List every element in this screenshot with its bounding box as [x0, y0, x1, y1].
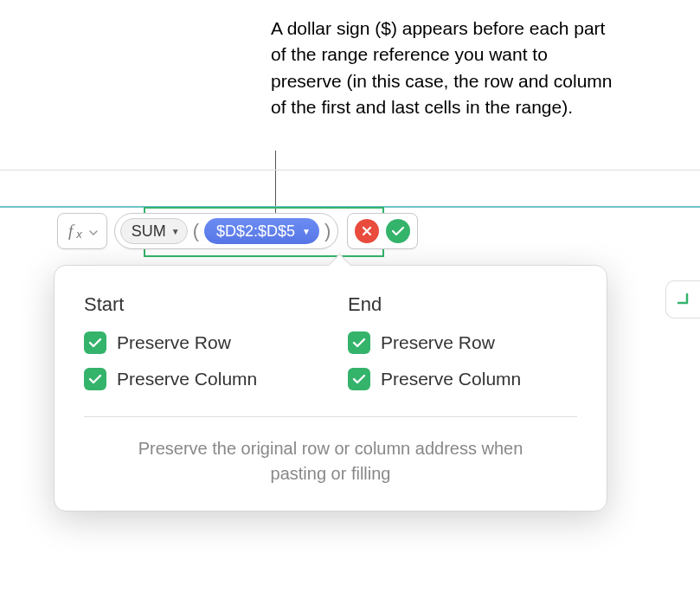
chevron-down-icon	[89, 223, 98, 239]
checkbox-label: Preserve Column	[381, 369, 521, 389]
fx-icon-sub: x	[76, 228, 82, 241]
cancel-button[interactable]	[355, 219, 379, 243]
popover-divider	[84, 416, 577, 417]
range-reference-text: $D$2:$D$5	[216, 222, 295, 241]
start-preserve-row-option[interactable]: Preserve Row	[84, 331, 313, 354]
fx-icon: f	[68, 222, 73, 241]
close-icon	[361, 225, 373, 237]
checkbox-checked[interactable]	[84, 331, 106, 354]
end-column: End Preserve Row Preserve Column	[348, 293, 577, 404]
start-preserve-column-option[interactable]: Preserve Column	[84, 368, 313, 390]
fx-menu-button[interactable]: fx	[57, 213, 107, 249]
callout-text: A dollar sign ($) appears before each pa…	[271, 16, 617, 121]
open-paren: (	[191, 220, 201, 242]
check-icon	[88, 373, 102, 385]
triangle-down-icon: ▼	[302, 227, 311, 236]
divider-top	[0, 170, 700, 171]
function-token[interactable]: SUM ▼	[120, 218, 188, 244]
preserve-reference-popover: Start Preserve Row Preserve Column End	[54, 265, 607, 512]
check-icon	[88, 337, 102, 349]
start-heading: Start	[84, 293, 313, 316]
checkbox-label: Preserve Column	[117, 369, 257, 389]
close-paren: )	[323, 220, 332, 242]
popover-description: Preserve the original row or column addr…	[84, 436, 577, 486]
function-name: SUM	[132, 222, 166, 241]
triangle-down-icon: ▼	[171, 227, 180, 236]
checkbox-checked[interactable]	[348, 331, 370, 354]
end-preserve-column-option[interactable]: Preserve Column	[348, 368, 577, 390]
range-reference-token[interactable]: $D$2:$D$5 ▼	[204, 218, 319, 244]
check-icon	[352, 373, 366, 385]
end-preserve-row-option[interactable]: Preserve Row	[348, 331, 577, 354]
check-icon	[352, 337, 366, 349]
start-column: Start Preserve Row Preserve Column	[84, 293, 313, 404]
checkbox-label: Preserve Row	[381, 332, 495, 353]
formula-bar: fx SUM ▼ ( $D$2:$D$5 ▼ )	[57, 213, 418, 249]
corner-icon	[675, 291, 692, 308]
checkbox-checked[interactable]	[84, 368, 106, 390]
formula-input[interactable]: SUM ▼ ( $D$2:$D$5 ▼ )	[114, 213, 339, 249]
confirm-button[interactable]	[386, 219, 410, 243]
checkbox-checked[interactable]	[348, 368, 370, 390]
formula-actions	[347, 213, 418, 249]
end-heading: End	[348, 293, 577, 316]
checkbox-label: Preserve Row	[117, 332, 231, 353]
side-badge[interactable]	[665, 280, 700, 319]
check-icon	[391, 225, 405, 237]
